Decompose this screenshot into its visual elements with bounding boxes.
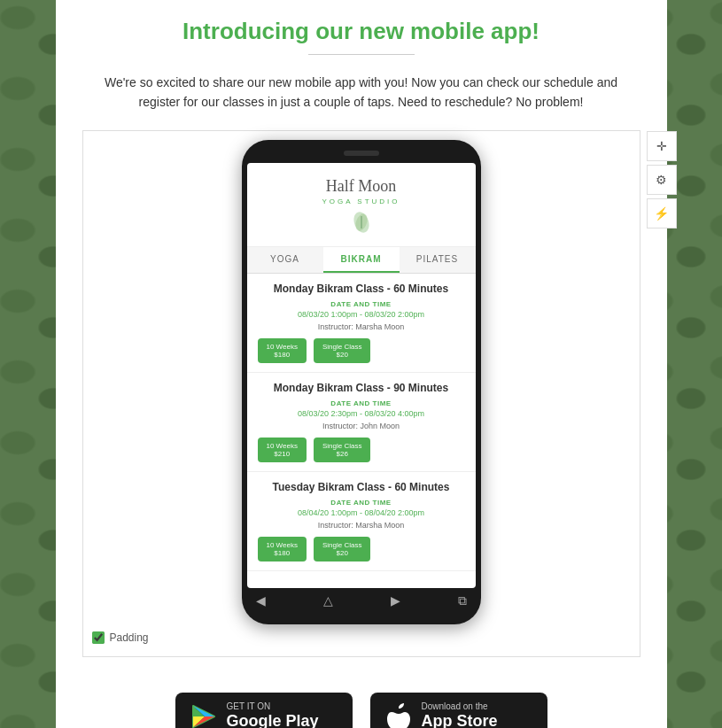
btn-single-3[interactable]: Single Class$20 <box>314 537 370 561</box>
class-card-3: Tuesday Bikram Class - 60 Minutes DATE A… <box>247 472 476 571</box>
padding-checkbox[interactable] <box>92 631 105 644</box>
class-card-2: Monday Bikram Class - 90 Minutes DATE AN… <box>247 373 476 472</box>
class-date-label-1: DATE AND TIME <box>258 300 465 308</box>
app-logo-sub: YOGA STUDIO <box>256 197 467 205</box>
google-play-line2: Google Play <box>227 712 319 728</box>
tab-pilates[interactable]: PILATES <box>400 247 476 273</box>
content-area: Introducing our new mobile app! We're so… <box>56 0 667 675</box>
phone-area: ✛ ⚙ ⚡ Half Moon YOGA STUDIO <box>82 130 640 657</box>
app-tabs: YOGA BIKRAM PILATES <box>247 247 476 274</box>
class-date-value-2: 08/03/20 2:30pm - 08/03/20 4:00pm <box>258 409 465 418</box>
page-description: We're so excited to share our new mobile… <box>105 73 618 112</box>
class-date-label-2: DATE AND TIME <box>258 399 465 407</box>
class-instructor-3: Instructor: Marsha Moon <box>258 521 465 530</box>
btn-weeks-2[interactable]: 10 Weeks$210 <box>258 438 307 462</box>
phone-bottom-bar: ◀ △ ▶ ⧉ <box>247 588 476 614</box>
side-tools: ✛ ⚙ ⚡ <box>647 131 677 228</box>
main-container: Introducing our new mobile app! We're so… <box>56 0 667 728</box>
phone-speaker <box>344 151 379 156</box>
app-store-text: Download on the App Store <box>422 701 498 728</box>
divider <box>308 54 415 55</box>
btn-weeks-1[interactable]: 10 Weeks$180 <box>258 338 307 363</box>
app-store-button[interactable]: Download on the App Store <box>370 693 547 728</box>
google-play-icon <box>191 704 216 728</box>
google-play-button[interactable]: GET IT ON Google Play <box>175 693 353 728</box>
class-title-1: Monday Bikram Class - 60 Minutes <box>258 283 465 295</box>
phone-back-button[interactable]: ◀ <box>256 593 266 608</box>
class-title-2: Monday Bikram Class - 90 Minutes <box>258 382 465 394</box>
btn-single-2[interactable]: Single Class$26 <box>314 438 370 462</box>
tab-bikram[interactable]: BIKRAM <box>323 247 400 273</box>
class-date-value-1: 08/03/20 1:00pm - 08/03/20 2:00pm <box>258 310 465 319</box>
class-instructor-2: Instructor: John Moon <box>258 422 465 430</box>
phone-mockup: Half Moon YOGA STUDIO YOGA BIKRAM <box>242 140 481 624</box>
class-card-1: Monday Bikram Class - 60 Minutes DATE AN… <box>247 274 476 373</box>
class-buttons-1: 10 Weeks$180 Single Class$20 <box>258 338 465 363</box>
class-buttons-2: 10 Weeks$210 Single Class$26 <box>258 438 465 462</box>
flash-tool-button[interactable]: ⚡ <box>647 198 677 228</box>
phone-home-button[interactable]: △ <box>323 593 333 608</box>
app-header: Half Moon YOGA STUDIO <box>247 163 476 247</box>
google-play-text: GET IT ON Google Play <box>227 701 319 728</box>
google-play-line1: GET IT ON <box>227 701 319 712</box>
app-store-line2: App Store <box>422 712 498 728</box>
store-buttons-area: GET IT ON Google Play Download on the Ap… <box>56 675 667 728</box>
class-date-value-3: 08/04/20 1:00pm - 08/04/20 2:00pm <box>258 508 465 517</box>
padding-bar: Padding <box>92 631 631 644</box>
btn-weeks-3[interactable]: 10 Weeks$180 <box>258 537 307 561</box>
app-logo-text: Half Moon <box>256 177 467 196</box>
phone-expand-button[interactable]: ⧉ <box>458 593 467 608</box>
settings-tool-button[interactable]: ⚙ <box>647 165 677 195</box>
move-tool-button[interactable]: ✛ <box>647 131 677 161</box>
class-instructor-1: Instructor: Marsha Moon <box>258 322 465 331</box>
app-store-line1: Download on the <box>422 701 498 712</box>
padding-label: Padding <box>110 631 149 644</box>
btn-single-1[interactable]: Single Class$20 <box>314 338 370 363</box>
class-buttons-3: 10 Weeks$180 Single Class$20 <box>258 537 465 561</box>
page-headline: Introducing our new mobile app! <box>82 18 640 45</box>
tab-yoga[interactable]: YOGA <box>247 247 323 273</box>
class-date-label-3: DATE AND TIME <box>258 499 465 507</box>
phone-screen: Half Moon YOGA STUDIO YOGA BIKRAM <box>247 163 476 588</box>
class-title-3: Tuesday Bikram Class - 60 Minutes <box>258 481 465 493</box>
apple-icon <box>386 701 411 728</box>
phone-forward-button[interactable]: ▶ <box>391 593 400 608</box>
app-logo-icon <box>348 209 375 236</box>
